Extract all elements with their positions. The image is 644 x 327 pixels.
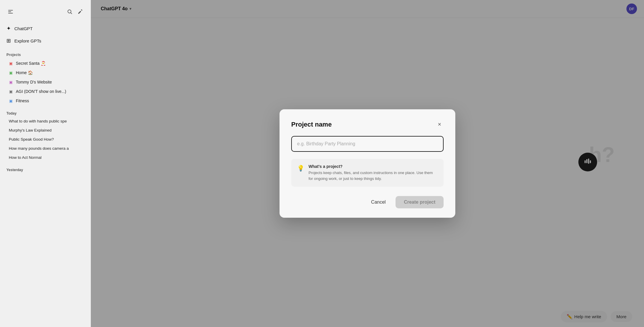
modal-footer: Cancel Create project: [291, 196, 444, 208]
modal-info-box: 💡 What's a project? Projects keep chats,…: [291, 159, 444, 187]
history-section: Today What to do with hands public spe M…: [0, 105, 91, 173]
projects-section-label: Projects: [0, 48, 91, 59]
cancel-button[interactable]: Cancel: [365, 196, 392, 208]
project-label-tommy: Tommy D's Website: [16, 80, 52, 84]
project-icon-agi: ▣: [9, 89, 13, 93]
project-item-tommy[interactable]: ▣ Tommy D's Website: [2, 77, 88, 87]
project-item-agi[interactable]: ▣ AGI (DON'T show on live...): [2, 87, 88, 96]
sidebar-nav-explore-label: Explore GPTs: [14, 38, 41, 43]
svg-rect-1: [8, 11, 11, 12]
new-chat-button[interactable]: [76, 7, 85, 16]
sidebar-item-chatgpt[interactable]: ✦ ChatGPT: [3, 22, 88, 35]
modal-header: Project name ×: [291, 120, 444, 129]
sidebar: ✦ ChatGPT ⊞ Explore GPTs Projects ▣ Secr…: [0, 0, 91, 327]
modal-info-title: What's a project?: [309, 164, 438, 169]
project-name-input[interactable]: [291, 136, 444, 152]
svg-line-4: [71, 13, 72, 14]
svg-rect-2: [8, 13, 13, 13]
modal-info-desc: Projects keep chats, files, and custom i…: [309, 170, 438, 181]
modal-dialog: Project name × 💡 What's a project? Proje…: [280, 109, 455, 218]
explore-icon: ⊞: [6, 38, 11, 44]
sidebar-nav-chatgpt-label: ChatGPT: [14, 26, 33, 31]
modal-close-button[interactable]: ×: [435, 120, 444, 129]
sidebar-top-icons: [65, 7, 85, 16]
today-label: Today: [0, 109, 91, 117]
sidebar-item-explore[interactable]: ⊞ Explore GPTs: [3, 35, 88, 47]
main-area: ChatGPT 4o ▾ DF h? ✏️ Help me write More: [91, 0, 644, 327]
history-item-2[interactable]: Public Speak Good How?: [2, 135, 88, 144]
modal-overlay[interactable]: Project name × 💡 What's a project? Proje…: [91, 0, 644, 327]
project-icon-secret-santa: ▣: [9, 61, 13, 65]
project-item-fitness[interactable]: ▣ Fitness: [2, 96, 88, 105]
project-label-home: Home 🏠: [16, 70, 33, 75]
search-button[interactable]: [65, 7, 74, 16]
project-item-secret-santa[interactable]: ▣ Secret Santa 🎅: [2, 59, 88, 68]
svg-point-3: [68, 10, 71, 13]
toggle-sidebar-button[interactable]: [6, 7, 15, 16]
history-item-3[interactable]: How many pounds does camera a: [2, 144, 88, 153]
history-item-4[interactable]: How to Act Normal: [2, 153, 88, 162]
modal-title: Project name: [291, 121, 332, 128]
project-icon-home: ▣: [9, 71, 13, 75]
sidebar-nav: ✦ ChatGPT ⊞ Explore GPTs: [0, 21, 91, 48]
chatgpt-icon: ✦: [6, 25, 11, 32]
lightbulb-icon: 💡: [297, 165, 304, 181]
yesterday-label: Yesterday: [0, 166, 91, 173]
svg-rect-0: [8, 10, 13, 11]
project-label-fitness: Fitness: [16, 98, 29, 103]
project-label-agi: AGI (DON'T show on live...): [16, 89, 66, 94]
history-item-0[interactable]: What to do with hands public spe: [2, 117, 88, 126]
project-item-home[interactable]: ▣ Home 🏠: [2, 68, 88, 77]
create-project-button[interactable]: Create project: [396, 196, 444, 208]
modal-info-content: What's a project? Projects keep chats, f…: [309, 164, 438, 181]
sidebar-top: [0, 5, 91, 21]
project-icon-fitness: ▣: [9, 99, 13, 103]
project-icon-tommy: ▣: [9, 80, 13, 84]
history-item-1[interactable]: Murphy's Law Explained: [2, 126, 88, 135]
projects-list: ▣ Secret Santa 🎅 ▣ Home 🏠 ▣ Tommy D's We…: [0, 59, 91, 105]
project-label-secret-santa: Secret Santa 🎅: [16, 61, 46, 66]
